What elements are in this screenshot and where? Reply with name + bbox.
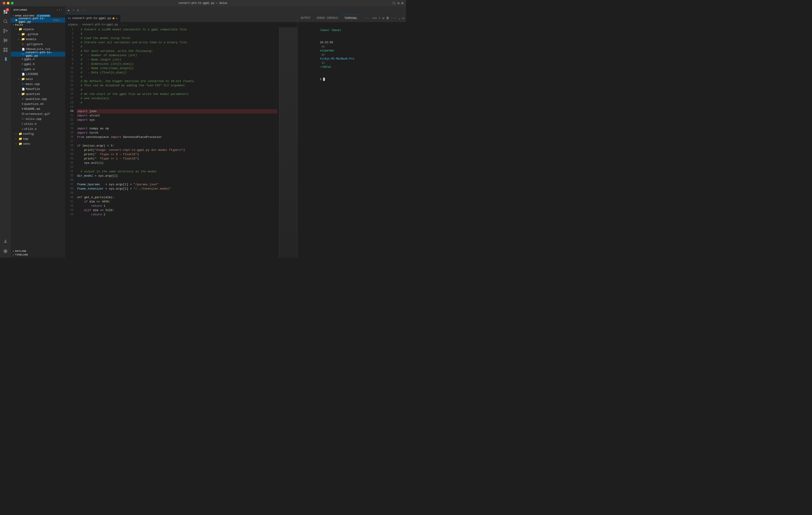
sidebar: EXPLORER ··· ▾ OPEN EDITORS 1 unsaved co…	[11, 6, 65, 258]
svg-rect-16	[6, 50, 7, 52]
breadcrumb-sep1: ›	[79, 23, 81, 26]
cpp-icon: C+	[22, 118, 25, 120]
folder-icon: 📁	[21, 92, 25, 96]
folder-icon: 📁	[21, 77, 25, 81]
folder-config-label: config	[23, 132, 34, 135]
code-text[interactable]: # Convert a LLaMA model checkpoint to a …	[75, 27, 279, 258]
breadcrumb: alpaca › convert-pth-to-ggml.py › ...	[65, 22, 297, 27]
extensions-activity-icon[interactable]	[1, 45, 10, 54]
file-utils-o[interactable]: ◎ utils.o	[11, 126, 65, 131]
account-activity-icon[interactable]	[1, 237, 10, 246]
sidebar-menu-icon[interactable]: ···	[56, 8, 62, 12]
outline-arrow: ▸	[13, 250, 14, 252]
main-arrow: ▸	[18, 78, 20, 81]
panel-tabs: OUTPUT DEBUG CONSOLE TERMINAL ··· zsh + …	[297, 14, 406, 22]
outline-header[interactable]: ▸ OUTLINE	[11, 249, 65, 253]
panel-more-icon[interactable]: ···	[365, 16, 371, 20]
split-icon[interactable]: ⊡	[398, 2, 400, 5]
file-ggml-o[interactable]: ◎ ggml.o	[11, 67, 65, 71]
file-utils-cpp[interactable]: C+ utils.cpp	[11, 116, 65, 121]
run-dropdown[interactable]: ▾	[72, 9, 74, 12]
file-main-cpp[interactable]: C+ main.cpp	[11, 82, 65, 87]
maximize-button[interactable]	[11, 2, 13, 4]
sidebar-bottom: ▸ OUTLINE ▸ TIMELINE	[11, 249, 65, 258]
source-control-activity-icon[interactable]	[1, 26, 10, 35]
new-terminal-icon[interactable]: +	[379, 16, 380, 20]
file-main-cpp-label: main.cpp	[26, 83, 40, 86]
file-readme-label: README.md	[24, 108, 40, 111]
open-editor-file[interactable]: convert-pth-to-ggml.py alpa...	[11, 18, 65, 23]
dalai-header[interactable]: ▾ DALAI	[11, 23, 65, 27]
layout-icon[interactable]: ⬛	[392, 2, 396, 5]
close-button[interactable]	[3, 2, 5, 4]
folder-models[interactable]: ▸ 📁 models	[11, 37, 65, 42]
folder-venv[interactable]: ▸ 📁 venv	[11, 141, 65, 146]
more-button[interactable]: ···	[82, 8, 87, 12]
main-layout: 1 EXPLORER	[0, 6, 406, 258]
terminal-more-icon[interactable]: ···	[391, 16, 397, 20]
terminal-cursor	[323, 78, 325, 81]
open-editor-filename: convert-pth-to-ggml.py	[19, 17, 51, 24]
breadcrumb-dots[interactable]: ...	[122, 23, 127, 26]
file-makefile[interactable]: 📄 Makefile	[11, 87, 65, 91]
settings-activity-icon[interactable]	[1, 247, 10, 256]
username: vicparmar	[320, 49, 335, 52]
docker-activity-icon[interactable]	[1, 55, 10, 64]
search-activity-icon[interactable]	[1, 17, 10, 26]
svg-point-6	[4, 29, 5, 30]
close-panel-icon[interactable]: ✕	[402, 16, 404, 20]
svg-marker-11	[4, 38, 7, 42]
folder-icon: 📁	[19, 142, 22, 146]
folder-icon: 📁	[19, 27, 22, 31]
folder-quantize[interactable]: ▸ 📁 quantize	[11, 91, 65, 96]
cwd: ~/dalai	[320, 65, 331, 68]
split-terminal-icon[interactable]: ⊡	[382, 16, 384, 20]
tab-debug-console[interactable]: DEBUG CONSOLE	[314, 14, 341, 22]
svg-point-4	[4, 20, 7, 23]
breadcrumb-alpaca[interactable]: alpaca	[68, 23, 78, 26]
file-convert[interactable]: Py convert-pth-to-ggml.py	[11, 52, 65, 57]
file-ggml-h[interactable]: C ggml.h	[11, 62, 65, 67]
sh-icon: $	[22, 102, 23, 105]
activity-bar-bottom	[1, 237, 10, 256]
run-activity-icon[interactable]	[1, 36, 10, 45]
file-quantize-sh[interactable]: $ quantize.sh	[11, 101, 65, 107]
git-icon: ⓪	[22, 42, 24, 46]
split-editor-button[interactable]: ⊡	[77, 8, 79, 12]
folder-main-label: main	[26, 78, 33, 81]
terminal-area[interactable]: (venv) (base) 16:32:58 as vicparmar on V…	[297, 22, 406, 258]
explorer-activity-icon[interactable]: 1	[1, 7, 10, 16]
chevron-down-icon[interactable]: ⌄	[399, 16, 400, 20]
tab-convert[interactable]: Py convert-pth-to-ggml.py ✕	[65, 14, 120, 22]
open-editors-arrow: ▾	[13, 14, 14, 17]
trash-icon[interactable]: 🗑	[386, 16, 389, 20]
timeline-header[interactable]: ▸ TIMELINE	[11, 253, 65, 256]
open-editor-path: alpa...	[53, 19, 63, 22]
file-utils-cpp-label: utils.cpp	[26, 117, 41, 121]
folder-main[interactable]: ▸ 📁 main	[11, 77, 65, 82]
svg-rect-2	[4, 12, 5, 13]
title-bar-right: ⬛ ⊡ ⊞	[392, 2, 403, 5]
file-quantize-cpp[interactable]: C+ quantize.cpp	[11, 96, 65, 101]
file-readme[interactable]: M README.md	[11, 107, 65, 112]
file-screencast[interactable]: 🎞 screencast.gif	[11, 112, 65, 116]
tab-close-button[interactable]: ✕	[116, 17, 118, 20]
code-editor[interactable]: 1 2 3 4 5 6 7 8 9 10 11 12 13 14	[65, 27, 297, 258]
folder-config[interactable]: ▸ 📁 config	[11, 131, 65, 137]
file-utils-h[interactable]: C utils.h	[11, 121, 65, 126]
run-button[interactable]: ▶	[68, 8, 70, 12]
file-license[interactable]: 📄 LICENSE	[11, 71, 65, 77]
folder-alpaca[interactable]: ▾ 📁 alpaca	[11, 27, 65, 32]
folder-tmp-label: tmp	[23, 137, 28, 141]
grid-icon[interactable]: ⊞	[402, 2, 403, 5]
folder-tmp[interactable]: ▸ 📁 tmp	[11, 137, 65, 141]
folder-github[interactable]: ▸ 📁 .github	[11, 32, 65, 37]
tab-output[interactable]: OUTPUT	[297, 14, 314, 22]
terminal-line-1: (venv) (base)	[300, 24, 403, 36]
minimize-button[interactable]	[7, 2, 9, 4]
folder-github-label: .github	[26, 33, 38, 36]
tab-terminal[interactable]: TERMINAL	[341, 14, 361, 22]
txt-icon: 📄	[22, 88, 25, 91]
file-gitignore[interactable]: ⓪ .gitignore	[11, 42, 65, 47]
breadcrumb-file[interactable]: convert-pth-to-ggml.py	[82, 23, 118, 26]
